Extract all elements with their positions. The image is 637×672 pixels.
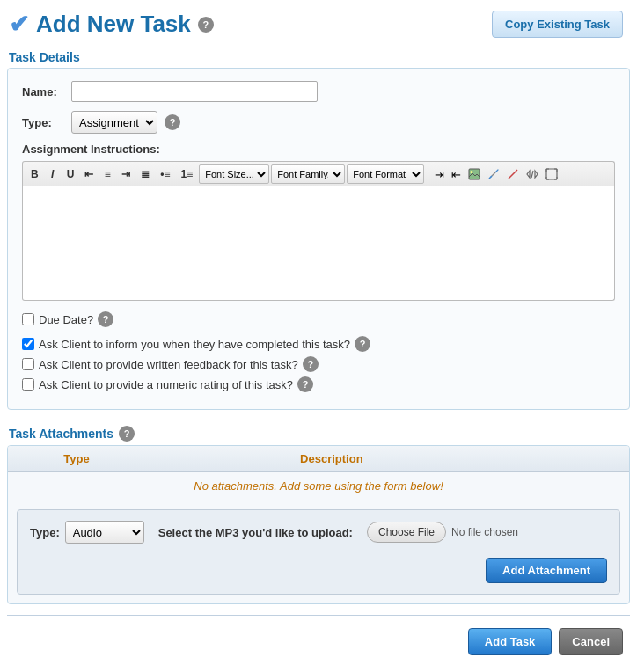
attachments-help-icon[interactable]: ? — [119, 426, 135, 442]
ask-completed-label: Ask Client to inform you when they have … — [39, 338, 350, 351]
svg-line-2 — [490, 176, 492, 178]
title-group: ✔ Add New Task ? — [9, 11, 214, 38]
unlink-button[interactable] — [504, 166, 522, 182]
col-action1 — [518, 446, 574, 472]
unordered-list-button[interactable]: •≡ — [156, 165, 174, 184]
font-format-select[interactable]: Font Format — [347, 164, 424, 184]
toolbar-separator-1 — [428, 167, 428, 181]
task-attachments-title: Task Attachments — [9, 427, 113, 441]
indent-button[interactable]: ⇥ — [432, 167, 447, 182]
col-action2 — [574, 446, 629, 472]
link-button[interactable] — [485, 166, 502, 182]
task-details-box: Name: Type: Assignment Quiz Survey Other… — [7, 68, 630, 410]
underline-button[interactable]: U — [62, 165, 79, 184]
cb1-help-icon[interactable]: ? — [355, 336, 370, 352]
task-details-section-title: Task Details — [0, 45, 637, 68]
page-title-help-icon[interactable]: ? — [198, 17, 214, 33]
cancel-button[interactable]: Cancel — [559, 628, 623, 655]
due-date-row: Due Date? ? — [22, 311, 615, 327]
italic-button[interactable]: I — [45, 165, 61, 184]
checkbox-row-3: Ask Client to provide a numeric rating o… — [22, 376, 615, 392]
align-center-button[interactable]: ≡ — [99, 165, 115, 184]
ask-rating-checkbox[interactable] — [22, 378, 34, 391]
type-row: Type: Assignment Quiz Survey Other ? — [22, 111, 615, 134]
att-mp3-label: Select the MP3 you'd like to upload: — [158, 526, 353, 539]
due-date-checkbox[interactable] — [22, 313, 34, 325]
no-attachments-message: No attachments. Add some using the form … — [8, 472, 629, 500]
bold-button[interactable]: B — [26, 165, 43, 184]
attachments-table: Type Description No attachments. Add som… — [8, 446, 629, 500]
no-attachments-row: No attachments. Add some using the form … — [8, 472, 629, 500]
name-row: Name: — [22, 81, 615, 102]
name-input[interactable] — [71, 81, 318, 102]
checkbox-row-2: Ask Client to provide written feedback f… — [22, 356, 615, 372]
font-size-select[interactable]: Font Size... — [199, 164, 269, 184]
copy-existing-task-button[interactable]: Copy Existing Task — [492, 11, 623, 38]
image-button[interactable] — [465, 166, 483, 182]
ask-feedback-checkbox[interactable] — [22, 358, 34, 370]
col-type: Type — [8, 446, 145, 472]
cb2-help-icon[interactable]: ? — [303, 356, 318, 372]
bottom-actions: Add Task Cancel — [0, 625, 637, 669]
checkbox-row-1: Ask Client to inform you when they have … — [22, 336, 615, 352]
svg-line-6 — [531, 171, 533, 178]
att-type-select[interactable]: Audio Video Document Link — [65, 521, 144, 544]
ask-feedback-label: Ask Client to provide written feedback f… — [39, 358, 298, 371]
svg-rect-7 — [546, 169, 557, 179]
file-input-group: Choose File No file chosen — [367, 522, 518, 543]
att-type-label: Type: — [30, 526, 60, 539]
svg-marker-4 — [527, 171, 530, 178]
attachments-table-header-row: Type Description — [8, 446, 629, 472]
choose-file-button[interactable]: Choose File — [367, 522, 446, 543]
editor-area[interactable] — [22, 186, 615, 301]
checkboxes-section: Ask Client to inform you when they have … — [22, 336, 615, 392]
align-justify-button[interactable]: ≣ — [136, 165, 154, 184]
type-label: Type: — [22, 116, 64, 129]
type-help-icon[interactable]: ? — [165, 114, 180, 130]
svg-rect-0 — [469, 169, 480, 179]
svg-marker-5 — [535, 171, 538, 178]
bottom-divider — [7, 615, 630, 616]
svg-line-3 — [509, 170, 517, 179]
due-date-label: Due Date? — [39, 313, 93, 326]
add-task-button[interactable]: Add Task — [468, 628, 553, 655]
align-left-button[interactable]: ⇤ — [80, 165, 98, 184]
align-right-button[interactable]: ⇥ — [117, 165, 135, 184]
task-attachments-header: Task Attachments ? — [0, 420, 637, 445]
fullscreen-button[interactable] — [543, 166, 560, 182]
name-label: Name: — [22, 85, 64, 99]
type-select[interactable]: Assignment Quiz Survey Other — [71, 111, 157, 134]
col-description: Description — [145, 446, 518, 472]
page-header: ✔ Add New Task ? Copy Existing Task — [0, 0, 637, 45]
instructions-label: Assignment Instructions: — [22, 142, 615, 156]
att-type-group: Type: Audio Video Document Link — [30, 521, 144, 544]
html-source-button[interactable] — [524, 166, 541, 182]
check-icon: ✔ — [9, 12, 29, 37]
cb3-help-icon[interactable]: ? — [297, 376, 313, 392]
no-file-text: No file chosen — [451, 526, 518, 538]
ask-rating-label: Ask Client to provide a numeric rating o… — [39, 378, 293, 391]
font-family-select[interactable]: Font Family. — [271, 164, 345, 184]
add-attachment-form: Type: Audio Video Document Link Select t… — [17, 509, 620, 595]
ask-completed-checkbox[interactable] — [22, 338, 34, 350]
due-date-help-icon[interactable]: ? — [98, 311, 113, 327]
outdent-button[interactable]: ⇤ — [449, 167, 464, 182]
editor-toolbar: B I U ⇤ ≡ ⇥ ≣ •≡ 1≡ Font Size... Font Fa… — [22, 161, 615, 186]
page-title: Add New Task — [36, 11, 191, 38]
attachments-box: Type Description No attachments. Add som… — [7, 445, 630, 604]
add-attachment-button[interactable]: Add Attachment — [486, 558, 607, 583]
ordered-list-button[interactable]: 1≡ — [177, 165, 198, 184]
